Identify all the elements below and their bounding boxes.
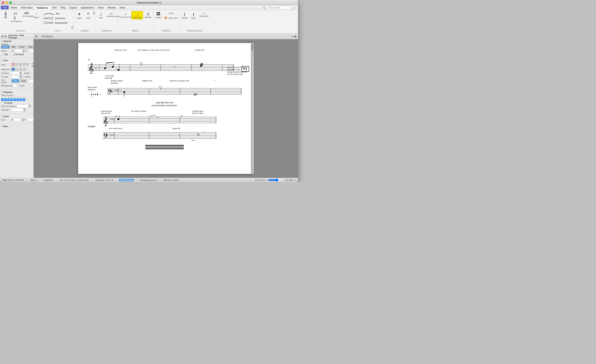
inspector-close-button[interactable] [1, 35, 4, 38]
bracket-button[interactable]: [ Bracket [180, 11, 189, 20]
x-up[interactable]: ▲ [22, 49, 25, 51]
bars-section-header[interactable]: ▼ Bars [1, 125, 32, 127]
maximize-button[interactable] [9, 1, 12, 4]
menu-note-input[interactable]: Note Input [19, 6, 35, 9]
pass-3-checkbox[interactable] [7, 98, 10, 101]
menu-appearance[interactable]: Appearance [79, 6, 96, 9]
menu-notations[interactable]: Notations [35, 6, 50, 10]
sub-bracket-button[interactable]: ⌐¬ Sub-bracket [198, 11, 210, 18]
align-center[interactable]: ≡ [15, 67, 19, 71]
menu-review[interactable]: Review [106, 6, 118, 9]
italic-button[interactable]: T [15, 63, 18, 66]
pass-5-checkbox[interactable] [14, 98, 16, 101]
add-gap-stepper[interactable]: ▲▼ [23, 108, 26, 111]
type-button[interactable]: ♩ Type [97, 11, 105, 19]
full-score-tab[interactable]: Full Score [38, 34, 57, 39]
lines-section-header[interactable]: ▼ Lines [1, 115, 32, 118]
noteheads-expand-icon[interactable]: ▾ [111, 30, 112, 32]
menu-layout[interactable]: Layout [67, 6, 79, 9]
brace-button[interactable]: { Brace [189, 11, 198, 20]
over-rests-button[interactable]: 𝅗 Over Rests [131, 11, 143, 19]
subscript-button[interactable]: T [22, 63, 26, 66]
pass-6-checkbox[interactable] [16, 98, 19, 101]
score-expand-icon[interactable]: + [292, 35, 293, 38]
lines-x-stepper[interactable]: ▲▼ [22, 118, 24, 121]
symbols-scroll[interactable]: ▲ ▼ [93, 11, 95, 15]
menu-file[interactable]: File [1, 6, 9, 9]
coda-button[interactable]: 𝄌 Coda [84, 11, 92, 20]
lines-expand-icon[interactable]: ▾ [60, 30, 61, 32]
flip-button[interactable]: ↕ Flip ▾ [163, 11, 179, 15]
symbols-expand-icon[interactable]: ▾ [89, 30, 89, 32]
pass-8-checkbox[interactable] [23, 98, 25, 101]
x-down[interactable]: ▼ [22, 51, 25, 52]
frame-v1-input[interactable]: 0 [28, 80, 34, 83]
graphic-button[interactable]: 🖼 Graphic [154, 11, 163, 19]
align-left[interactable]: ≡ [12, 67, 15, 71]
adjust-color-button[interactable]: 🎨 Adjust Color [163, 16, 179, 20]
erase-checkbox[interactable] [30, 84, 32, 87]
align-justify[interactable]: ≡ [23, 67, 27, 71]
common-expand-icon[interactable]: ▾ [25, 30, 25, 32]
superscript-button[interactable]: T [26, 63, 29, 66]
close-tab-button[interactable]: ✕ [35, 35, 38, 38]
graphics-expand-icon[interactable]: ▾ [170, 30, 171, 32]
crescendo-button[interactable]: Crescendo [42, 16, 66, 20]
pass-2-checkbox[interactable] [4, 98, 7, 101]
show-button[interactable]: Show [1, 45, 9, 49]
bold-button[interactable]: T [12, 63, 15, 66]
minimize-button[interactable] [6, 1, 8, 4]
lines-scroll[interactable]: ▲ ▼ [71, 25, 73, 29]
general-section-header[interactable]: ▼ General [1, 40, 32, 42]
zoom-in-button[interactable]: + [295, 178, 297, 182]
view-icon-1[interactable]: ⊞ [255, 179, 257, 181]
clef-button[interactable]: 𝄞 Clef [1, 11, 10, 19]
x-offset-input[interactable]: -- [15, 49, 22, 52]
key-signature-button[interactable]: ♯♯𝄞 Key Signature [10, 11, 21, 23]
pass-7-checkbox[interactable] [20, 98, 22, 101]
lines-x-input[interactable]: 0.69 [14, 118, 21, 121]
score-button[interactable]: Score [18, 45, 26, 49]
scroll-thumb[interactable] [251, 43, 253, 51]
time-signature-button[interactable]: 4/4 Time Signature [21, 11, 32, 18]
extend-duration-input[interactable]: 100 [17, 105, 28, 108]
view-icon-3[interactable]: ⊠ [260, 179, 262, 181]
spacing-input[interactable]: 64 [12, 72, 19, 75]
y-offset-input[interactable]: -- [29, 49, 34, 52]
add-note-names-button[interactable]: A♩ Add Note Names [105, 11, 117, 18]
view-icon-4[interactable]: ⊡ [263, 179, 265, 181]
background-color-swatch[interactable] [13, 84, 17, 87]
beams-expand-icon[interactable]: ▾ [139, 30, 139, 32]
view-icon-2[interactable]: ⊟ [258, 179, 260, 181]
align-right[interactable]: ≡ [19, 67, 23, 71]
menu-play[interactable]: Play [59, 6, 67, 9]
spacing-stepper[interactable]: ▲▼ [20, 72, 22, 75]
frame-fixed-button[interactable]: Fixed [19, 79, 28, 82]
frame-auto-button[interactable]: Auto [12, 79, 19, 82]
segno-button[interactable]: 𝄋 Segno [75, 11, 83, 20]
score-content[interactable]: multi-arc slurs bar numbers on any stave… [34, 39, 298, 178]
ribbon-search-input[interactable] [266, 6, 291, 9]
text-section-header[interactable]: ▼ Text [1, 59, 32, 62]
x-stepper[interactable]: ▲▼ [22, 49, 25, 52]
x-scale-input[interactable]: 100 [12, 75, 19, 78]
x-scale-stepper[interactable]: ▲▼ [20, 75, 22, 78]
scrollbar[interactable] [251, 43, 254, 174]
flip-checkbox[interactable] [1, 53, 4, 55]
to-and-from-rests-button[interactable]: 𝅗𝅥 To and From Rests [119, 11, 131, 19]
hide-button[interactable]: Hide [10, 45, 17, 49]
add-gap-input[interactable]: 0 [12, 108, 23, 111]
menu-text[interactable]: Text [50, 6, 59, 9]
fermata-checkbox[interactable] [1, 102, 4, 104]
score-settings-icon[interactable]: ⚙ [294, 35, 297, 38]
parts-button[interactable]: Parts [27, 45, 34, 49]
menu-view[interactable]: View [118, 6, 127, 9]
extend-duration-stepper[interactable]: ▲▼ [29, 105, 31, 108]
menu-parts[interactable]: Parts [96, 6, 106, 9]
stemlets-button[interactable]: ♩| Stemlets [143, 11, 152, 19]
menu-home[interactable]: Home [9, 6, 19, 9]
decrescendo-button[interactable]: Decrescendo [42, 21, 68, 25]
zoom-out-button[interactable]: − [266, 178, 267, 182]
underline-button[interactable]: T [19, 63, 22, 66]
bracket-expand-icon[interactable]: ▾ [202, 30, 203, 32]
